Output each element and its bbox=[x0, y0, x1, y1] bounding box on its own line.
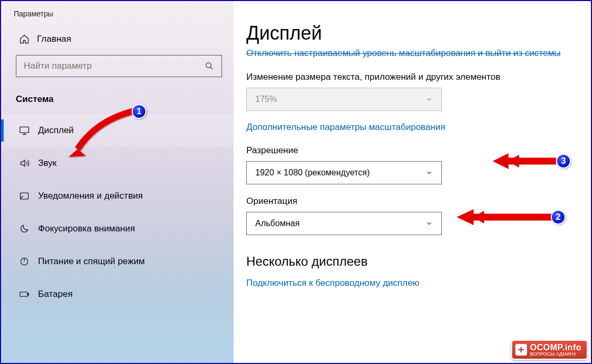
nav-list: Дисплей Звук Уведомления и действия bbox=[1, 114, 234, 311]
sidebar-item-notifications[interactable]: Уведомления и действия bbox=[1, 180, 234, 212]
watermark-line2: ВОПРОСЫ АДМИНУ bbox=[530, 351, 581, 357]
chevron-down-icon bbox=[426, 220, 433, 227]
svg-rect-4 bbox=[20, 292, 27, 296]
search-icon bbox=[204, 61, 214, 71]
content-pane: Дисплей Отключить настраиваемый уровень … bbox=[234, 1, 591, 363]
search-box[interactable] bbox=[16, 55, 222, 77]
settings-window: Параметры Главная Система bbox=[1, 1, 591, 363]
moon-icon bbox=[19, 223, 30, 234]
battery-icon bbox=[19, 289, 30, 300]
svg-rect-2 bbox=[21, 193, 29, 199]
sidebar-item-power[interactable]: Питание и спящий режим bbox=[1, 245, 234, 278]
dropdown-orientation[interactable]: Альбомная bbox=[246, 212, 442, 235]
annotation-badge-1: 1 bbox=[132, 104, 146, 119]
nav-home-label: Главная bbox=[37, 34, 71, 44]
dropdown-orientation-value: Альбомная bbox=[255, 219, 300, 228]
annotation-badge-3: 3 bbox=[556, 154, 571, 169]
link-advanced-scaling[interactable]: Дополнительные параметры масштабирования bbox=[246, 120, 445, 134]
page-title: Дисплей bbox=[246, 22, 580, 44]
sidebar-item-sound[interactable]: Звук bbox=[1, 147, 234, 180]
dropdown-scale[interactable]: 175% bbox=[246, 88, 442, 111]
sidebar-item-label: Питание и спящий режим bbox=[38, 256, 145, 267]
section-header: Система bbox=[1, 81, 234, 110]
chevron-down-icon bbox=[426, 169, 433, 176]
sidebar-item-label: Дисплей bbox=[38, 125, 74, 136]
power-icon bbox=[19, 256, 30, 267]
svg-rect-5 bbox=[28, 293, 29, 295]
nav-home[interactable]: Главная bbox=[1, 23, 234, 52]
notifications-icon bbox=[19, 191, 30, 201]
display-icon bbox=[19, 125, 30, 136]
home-icon bbox=[19, 34, 30, 44]
chevron-down-icon bbox=[426, 96, 433, 103]
sidebar-item-display[interactable]: Дисплей bbox=[1, 114, 234, 147]
sidebar-item-battery[interactable]: Батарея bbox=[1, 278, 234, 311]
annotation-badge-2: 2 bbox=[551, 210, 566, 225]
label-orientation: Ориентация bbox=[246, 196, 580, 207]
link-disable-custom-scaling[interactable]: Отключить настраиваемый уровень масштаби… bbox=[246, 46, 580, 60]
plus-icon: + bbox=[515, 344, 527, 356]
svg-rect-1 bbox=[20, 127, 29, 133]
label-scale: Изменение размера текста, приложений и д… bbox=[246, 72, 580, 82]
dropdown-resolution[interactable]: 1920 × 1080 (рекомендуется) bbox=[246, 161, 442, 184]
sidebar-item-label: Уведомления и действия bbox=[38, 191, 143, 201]
label-resolution: Разрешение bbox=[246, 145, 580, 156]
sidebar-item-label: Фокусировка внимания bbox=[38, 223, 135, 234]
sidebar-item-focus[interactable]: Фокусировка внимания bbox=[1, 212, 234, 245]
heading-multiple-displays: Несколько дисплеев bbox=[246, 254, 580, 269]
link-wireless-display[interactable]: Подключиться к беспроводному дисплею bbox=[246, 276, 580, 290]
sound-icon bbox=[19, 158, 30, 169]
watermark-badge: + OCOMP.info ВОПРОСЫ АДМИНУ bbox=[511, 340, 588, 360]
svg-point-0 bbox=[206, 63, 211, 68]
watermark-line1: OCOMP.info bbox=[530, 343, 581, 352]
dropdown-scale-value: 175% bbox=[255, 95, 277, 104]
sidebar: Параметры Главная Система bbox=[1, 1, 234, 363]
sidebar-item-label: Звук bbox=[38, 158, 57, 169]
sidebar-item-label: Батарея bbox=[38, 289, 72, 300]
search-input[interactable] bbox=[24, 61, 204, 71]
dropdown-resolution-value: 1920 × 1080 (рекомендуется) bbox=[255, 168, 369, 178]
window-title: Параметры bbox=[1, 6, 234, 23]
